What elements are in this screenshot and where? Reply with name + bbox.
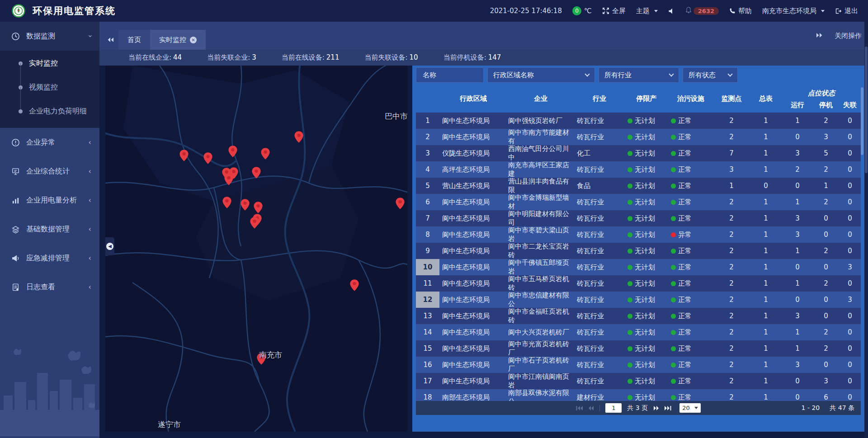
map-marker-pin[interactable]: [251, 166, 261, 179]
map-marker-pin[interactable]: [395, 197, 405, 210]
first-page-button[interactable]: [576, 405, 583, 411]
status-filter-select[interactable]: 所有状态: [683, 67, 738, 83]
cell-industry: 砖瓦行业: [574, 243, 625, 259]
sidebar-group-item[interactable]: 基础数据管理‹: [0, 215, 99, 244]
user-dropdown[interactable]: 南充市生态环境局: [762, 7, 825, 15]
pagination-divider: [599, 405, 600, 411]
sidebar-group-item[interactable]: 企业用电量分析‹: [0, 186, 99, 215]
table-row[interactable]: 14阆中生态环境局阆中大兴页岩机砖厂砖瓦行业无计划正常21120: [416, 324, 861, 340]
sidebar-group-item[interactable]: 企业综合统计‹: [0, 157, 99, 186]
cell-stopped: 0: [813, 308, 839, 324]
cell-run: 3: [782, 210, 813, 226]
map-marker-pin[interactable]: [260, 147, 270, 160]
cell-meter: 1: [750, 292, 782, 308]
cell-region: 阆中生态环境局: [439, 340, 507, 357]
next-page-button[interactable]: [653, 405, 659, 411]
cell-facility: 正常: [668, 324, 713, 340]
cell-industry: 砖瓦行业: [574, 194, 625, 210]
map-marker-pin[interactable]: [203, 152, 213, 165]
cell-lost: 0: [839, 357, 861, 373]
table-row[interactable]: 1阆中生态环境局阆中强锐页岩砖厂砖瓦行业无计划正常21120: [416, 113, 861, 129]
tabs-scroll-left-button[interactable]: [103, 30, 118, 50]
sound-button[interactable]: [668, 8, 675, 14]
sidebar-group-item[interactable]: 企业异常‹: [0, 128, 99, 157]
table-row[interactable]: 12阆中生态环境局阆中市忠信建材有限公砖瓦行业无计划正常21003: [416, 292, 861, 308]
cell-row-index: 16: [416, 357, 439, 373]
sidebar-subitem[interactable]: 企业电力负荷明细: [0, 99, 99, 123]
table-row[interactable]: 9阆中生态环境局阆中市二龙长宝页岩砖砖瓦行业无计划正常21120: [416, 243, 861, 259]
col-header-company: 企业: [507, 85, 574, 113]
table-row[interactable]: 5营山生态环境局营山县润丰肉食品有限食品无计划正常10010: [416, 178, 861, 194]
table-row[interactable]: 2阆中生态环境局阆中市南方节能建材有砖瓦行业无计划正常21030: [416, 129, 861, 145]
cell-industry: 砖瓦行业: [574, 340, 625, 357]
cell-stop-limit: 无计划: [625, 178, 668, 194]
table-row[interactable]: 3仪陇生态环境局西南油气田分公司川中化工无计划正常71350: [416, 145, 861, 161]
industry-filter-select[interactable]: 所有行业: [599, 67, 679, 83]
cell-monitor: 2: [713, 292, 750, 308]
table-row[interactable]: 15阆中生态环境局阆中市光富页岩机砖厂砖瓦行业无计划正常21120: [416, 340, 861, 357]
theme-dropdown[interactable]: 主题: [636, 7, 658, 15]
sidebar-group-item[interactable]: 应急减排管理‹: [0, 244, 99, 273]
cell-run: 0: [782, 178, 813, 194]
map-roads: [105, 66, 407, 432]
sidebar-group-item[interactable]: 数据监测‹: [0, 22, 99, 51]
cell-facility: 正常: [668, 161, 713, 178]
fullscreen-button[interactable]: 全屏: [602, 7, 626, 15]
table-row[interactable]: 13阆中生态环境局阆中市金福旺页岩机砖砖瓦行业无计划正常21300: [416, 308, 861, 324]
name-filter-input[interactable]: [422, 71, 478, 80]
map-marker-pin[interactable]: [228, 145, 238, 158]
cell-stopped: 2: [813, 194, 839, 210]
tab-home[interactable]: 首页: [118, 30, 150, 50]
sidebar-group-item[interactable]: 日志查看‹: [0, 273, 99, 301]
logout-button[interactable]: 退出: [835, 7, 858, 15]
cell-region: 阆中生态环境局: [439, 129, 507, 145]
status-dot: [671, 281, 676, 286]
sidebar-subitem[interactable]: 实时监控: [0, 52, 99, 75]
help-button[interactable]: 帮助: [729, 7, 752, 15]
map-marker-pin[interactable]: [253, 201, 263, 214]
region-filter-select[interactable]: 行政区域名称: [487, 67, 595, 83]
table-row[interactable]: 8阆中生态环境局阆中市枣碧大梁山页岩砖瓦行业无计划异常21300: [416, 226, 861, 243]
status-dot: [671, 265, 676, 270]
sidebar-subitem[interactable]: 视频监控: [0, 75, 99, 99]
table-row[interactable]: 4高坪生态环境局南充市高坪区王家店建砖瓦行业无计划正常31220: [416, 161, 861, 178]
table-scrollbar-thumb[interactable]: [861, 87, 863, 155]
cell-row-index: 8: [416, 226, 439, 243]
cell-lost: 0: [839, 194, 861, 210]
fullscreen-icon: [602, 7, 609, 14]
prev-page-button[interactable]: [588, 405, 594, 411]
close-tab-icon[interactable]: [190, 37, 197, 43]
map-marker-pin[interactable]: [294, 131, 304, 143]
table-row[interactable]: 17阆中生态环境局阆中市江南镇阆南页岩砖瓦行业无计划正常21030: [416, 373, 861, 389]
table-row[interactable]: 7阆中生态环境局阆中明阳建材有限公司砖瓦行业无计划正常21300: [416, 210, 861, 226]
name-filter-input-box[interactable]: [416, 67, 484, 83]
collapse-sidebar-button[interactable]: ◀: [105, 237, 114, 255]
page-size-select[interactable]: 20: [679, 403, 701, 413]
map-panel[interactable]: 巴中市南充市遂宁市 ◀: [105, 66, 407, 432]
tab-realtime-monitor[interactable]: 实时监控: [150, 30, 206, 50]
cell-company: 阆中千佛镇五郎垭页岩: [507, 259, 574, 275]
table-row[interactable]: 11阆中生态环境局阆中市五马桥页岩机砖砖瓦行业无计划正常21120: [416, 275, 861, 292]
map-city-label: 巴中市: [385, 111, 407, 122]
table-row[interactable]: 16阆中生态环境局阆中市石子页岩机砖厂砖瓦行业无计划正常21300: [416, 357, 861, 373]
cell-lost: 0: [839, 324, 861, 340]
page-scrollbar-thumb[interactable]: [865, 47, 868, 173]
page-scrollbar[interactable]: [864, 22, 868, 438]
table-row[interactable]: 6阆中生态环境局阆中市金博瑞新型墙材砖瓦行业无计划正常21120: [416, 194, 861, 210]
cell-meter: 1: [750, 259, 782, 275]
map-marker-pin[interactable]: [222, 196, 232, 209]
map-marker-pin[interactable]: [250, 217, 259, 229]
page-number-input[interactable]: [605, 403, 622, 413]
cell-stopped: 0: [813, 210, 839, 226]
map-marker-pin[interactable]: [179, 149, 189, 162]
map-marker-pin[interactable]: [349, 279, 359, 292]
tabs-scroll-right-button[interactable]: [816, 32, 823, 40]
notifications-button[interactable]: 2632: [685, 7, 719, 15]
table-row[interactable]: 10阆中生态环境局阆中千佛镇五郎垭页岩砖瓦行业无计划正常21003: [416, 259, 861, 275]
map-marker-pin[interactable]: [240, 198, 250, 211]
close-operations-button[interactable]: 关闭操作: [835, 32, 862, 40]
status-dot: [627, 167, 632, 172]
map-marker-pin[interactable]: [224, 173, 234, 186]
status-dot: [671, 151, 676, 156]
last-page-button[interactable]: [665, 405, 671, 411]
